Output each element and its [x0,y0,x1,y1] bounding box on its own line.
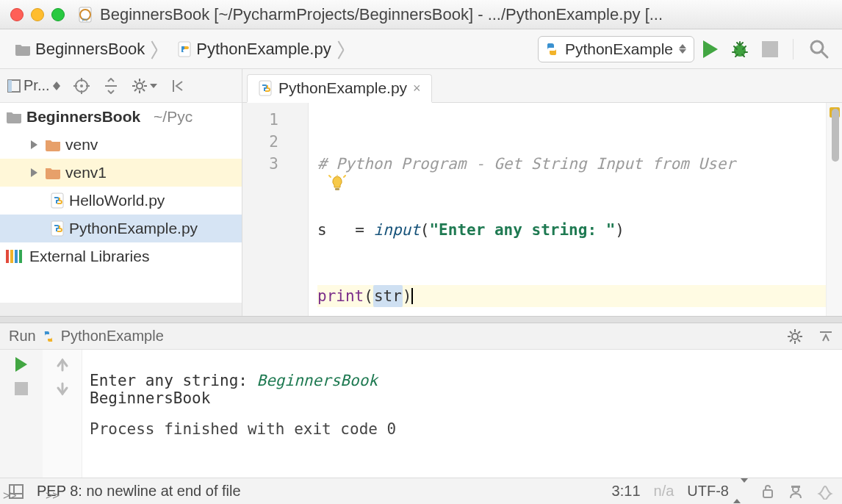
hector-inspector-button[interactable] [788,483,804,500]
run-configuration-selector[interactable]: PythonExample [538,36,694,62]
caret-position[interactable]: 3:11 [612,483,641,500]
console-user-input: BeginnersBook [257,372,378,389]
project-view-label: Pr... [24,77,50,94]
project-tree[interactable]: BeginnersBook ~/Pyc venv venv1 HelloWorl… [0,103,242,303]
code-editor[interactable]: 1 2 3 # Python Program - Get String Inpu… [242,103,842,316]
code-token: ( [420,219,430,241]
console-output: BeginnersBook [90,389,210,407]
toolbar-separator [793,39,794,60]
tree-item-pythonexample[interactable]: PythonExample.py [0,215,242,242]
window-controls [10,8,65,21]
scroll-down-button[interactable] [55,382,70,397]
folder-icon [6,110,22,123]
breadcrumb: BeginnersBook PythonExample.py [7,33,530,65]
intention-bulb-icon[interactable] [328,131,346,148]
editor-scrollbar-thumb[interactable] [832,109,839,162]
svg-rect-8 [8,80,12,92]
code-token: "Enter any string: " [429,219,615,241]
project-tool-window: Pr... BeginnersBook ~/Pyc [0,69,242,316]
svg-point-4 [734,45,746,57]
code-token: s [317,219,327,241]
tree-item-venv1[interactable]: venv1 [0,159,242,187]
zoom-window-button[interactable] [51,8,65,21]
run-toolbar [703,38,830,60]
breadcrumb-file[interactable]: PythonExample.py [170,33,356,65]
tree-item-venv[interactable]: venv [0,131,242,159]
run-tool-config-name: PythonExample [61,328,164,345]
project-view-selector[interactable]: Pr... [7,77,60,94]
expand-icon[interactable] [31,140,37,149]
readonly-toggle[interactable] [761,484,774,499]
tree-item-helloworld[interactable]: HelloWorld.py [0,187,242,215]
line-separator[interactable]: n/a [654,483,674,500]
svg-line-32 [344,176,345,177]
gutter-line: 2 [242,131,278,153]
tree-external-libs[interactable]: External Libraries [0,242,242,270]
collapse-all-button[interactable] [103,78,119,94]
debug-button[interactable] [730,39,750,60]
navigation-toolbar: BeginnersBook PythonExample.py PythonExa… [0,29,842,69]
run-tool-title: Run [9,328,36,345]
project-settings-button[interactable] [132,79,157,93]
expand-button[interactable]: >> [3,489,17,503]
tree-item-label: PythonExample.py [69,220,198,237]
folder-icon [45,166,61,179]
close-window-button[interactable] [10,8,24,21]
svg-line-23 [134,89,137,91]
editor-tab[interactable]: PythonExample.py × [247,74,432,103]
tree-external-libs-label: External Libraries [29,248,149,265]
python-icon [544,42,559,57]
stop-button[interactable] [762,41,778,57]
text-caret [411,288,413,304]
editor-content[interactable]: # Python Program - Get String Input from… [309,103,826,316]
console-hscrollbar[interactable] [90,466,475,475]
run-configuration-label: PythonExample [565,40,673,58]
svg-rect-48 [763,490,772,497]
run-console[interactable]: Enter any string: BeginnersBook Beginner… [82,350,842,478]
stop-process-button[interactable] [15,382,28,395]
status-message: PEP 8: no newline at end of file [37,483,241,500]
tree-root[interactable]: BeginnersBook ~/Pyc [0,103,242,131]
main-split: Pr... BeginnersBook ~/Pyc [0,69,842,316]
expand-button2[interactable]: >> [46,489,60,503]
locate-button[interactable] [73,78,90,94]
close-tab-button[interactable]: × [413,81,421,96]
pycharm-file-icon: PY [76,6,94,24]
folder-icon [45,138,61,151]
breadcrumb-root-label: BeginnersBook [35,40,145,59]
tree-item-label: HelloWorld.py [69,192,165,209]
svg-line-21 [134,81,137,83]
project-scroll-placeholder [0,303,242,316]
console-prompt: Enter any string: [90,372,257,389]
tree-root-name: BeginnersBook [26,108,140,126]
svg-rect-50 [791,486,800,488]
find-button[interactable] [808,38,830,60]
tree-item-label: venv1 [65,164,107,181]
encoding-selector[interactable]: UTF-8 [687,483,748,500]
window-titlebar: PY BeginnersBook [~/PycharmProjects/Begi… [0,0,842,29]
expand-icon[interactable] [31,168,37,177]
breadcrumb-file-label: PythonExample.py [196,40,331,59]
python-file-icon [50,192,65,209]
encoding-label: UTF-8 [687,483,729,500]
breadcrumb-root[interactable]: BeginnersBook [7,33,170,65]
code-token: ( [364,285,373,307]
run-tool-sidebar2: >> [43,350,82,478]
hide-tool-button[interactable] [170,79,185,93]
window-title: BeginnersBook [~/PycharmProjects/Beginne… [100,5,663,24]
gutter-line: 1 [242,109,278,131]
svg-line-6 [821,51,827,57]
svg-point-16 [137,83,143,89]
run-button[interactable] [703,40,718,58]
minimize-window-button[interactable] [31,8,44,21]
code-token: ) [403,285,412,307]
scroll-up-button[interactable] [55,357,70,372]
rerun-button[interactable] [15,357,27,372]
notifications-button[interactable] [817,483,833,500]
editor-tabbar: PythonExample.py × [242,69,842,103]
svg-text:PY: PY [82,18,88,22]
svg-point-10 [80,84,83,87]
editor-gutter: 1 2 3 [242,103,309,316]
code-token: print [317,285,364,307]
svg-line-24 [143,81,145,83]
